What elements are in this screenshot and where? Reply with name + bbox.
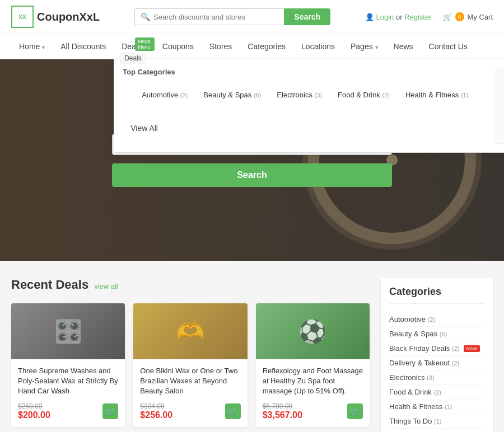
nav-link-coupons[interactable]: Coupons [155,34,202,59]
deal-card-body: Three Supreme Washes and Poly-Sealant Wa… [11,359,125,427]
view-all-link[interactable]: View All [123,116,487,140]
cat-food[interactable]: Food & Drink (2) [330,83,398,107]
deal-card: 🎛️ Three Supreme Washes and Poly-Sealant… [11,303,125,427]
cat-beauty[interactable]: Beauty & Spas (6) [195,83,269,107]
cart-icon: 🛒 [443,13,452,21]
sidebar-cat-health[interactable]: Health & Fitness (1) [389,402,452,411]
login-area: 👤 Login or Register [365,13,432,21]
sidebar-cat-food[interactable]: Food & Drink (2) [389,388,441,396]
list-item: Food & Drink (2) [389,385,484,400]
header-right: 👤 Login or Register 🛒 0 My Cart [365,12,493,21]
list-item: Food & Drink (2) [330,83,398,107]
add-to-cart-button[interactable]: 🛒 [225,403,241,419]
nav-item-all-discounts[interactable]: All Discounts [53,34,114,59]
deal-image: 🫶 [133,303,247,359]
list-item: Automotive (2) [134,83,195,107]
list-item: Delivery & Takeout (2) [389,356,484,370]
main-content: Recent Deals view all 🎛️ Three Supreme W… [0,261,504,432]
sidebar-categories-list: Automotive (2) Beauty & Spas (6) Black F… [389,312,484,432]
deal-card-body: Reflexology and Foot Massage at Healthy … [256,359,370,427]
old-price: $5,789.00 [263,402,302,410]
sidebar-cat-black-friday[interactable]: Black Friday Deals (2) [389,344,459,353]
cart-badge: 0 [455,12,464,21]
search-input-wrap: 🔍 [134,8,284,25]
sidebar-cat-beauty[interactable]: Beauty & Spas (6) [389,330,447,338]
sidebar-categories-title: Categories [389,286,484,304]
list-item: Electronics (3) [389,370,484,385]
nav-item-contact[interactable]: Contact Us [421,34,475,59]
add-to-cart-button[interactable]: 🛒 [347,403,363,419]
cat-automotive[interactable]: Automotive (2) [134,83,195,107]
cart-label: My Cart [468,13,493,21]
deals-header: Recent Deals view all [11,278,370,292]
nav-item-locations[interactable]: Locations [293,34,343,59]
nav-link-all-discounts[interactable]: All Discounts [53,34,114,59]
top-categories: Top Categories Automotive (2) Beauty & S… [123,68,487,144]
list-item: Electronics (3) [269,83,330,107]
deal-price-row: $250.00 $200.00 🛒 [18,402,118,420]
this-week-store: THIS WEEK TOP STORE 𝐅 Fanatics [496,68,504,144]
header: XX CouponXxL 🔍 Search 👤 Login or Registe… [0,0,504,34]
deal-card-body: One Bikini Wax or One or Two Brazilian W… [133,359,247,427]
sidebar-box: Categories Automotive (2) Beauty & Spas … [381,278,493,432]
deal-image: 🎛️ [11,303,125,359]
list-item: Automotive (2) [389,312,484,327]
cat-electronics[interactable]: Electronics (3) [269,83,330,107]
add-to-cart-button[interactable]: 🛒 [102,403,118,419]
nav-item-categories[interactable]: Categories [240,34,293,59]
nav-item-coupons[interactable]: Coupons [155,34,202,59]
logo-icon: XX [11,6,34,28]
price-block: $250.00 $200.00 [18,402,50,420]
sidebar-cat-electronics[interactable]: Electronics (3) [389,373,435,382]
list-item: Travel (2) New! [389,429,484,432]
nav-link-categories[interactable]: Categories [240,34,293,59]
header-search-area: 🔍 Search [134,8,330,25]
deal-title: Reflexology and Foot Massage at Healthy … [263,366,363,397]
cart-area: 🛒 0 My Cart [443,12,493,21]
list-item: Beauty & Spas (6) [389,327,484,341]
nav-item-home[interactable]: Home ▾ [11,34,53,59]
new-price: $256.00 [140,410,172,420]
search-icon: 🔍 [141,12,150,21]
header-search-button[interactable]: Search [284,8,330,25]
top-categories-list: Automotive (2) Beauty & Spas (6) Electro… [123,83,487,111]
nav-item-stores[interactable]: Stores [202,34,240,59]
nav-list: Home ▾ All Discounts Mega Menu Deals ▾ D… [0,34,504,59]
sidebar-cat-delivery[interactable]: Delivery & Takeout (2) [389,359,459,367]
price-block: $334.00 $256.00 [140,402,172,420]
nav-link-pages[interactable]: Pages ▾ [343,34,386,59]
logo: XX CouponXxL [11,6,100,28]
chevron-down-icon: ▾ [42,44,45,50]
login-link[interactable]: Login [376,13,394,21]
old-price: $250.00 [18,402,50,410]
logo-text: CouponXxL [37,11,100,24]
price-block: $5,789.00 $3,567.00 [263,402,302,420]
nav-item-news[interactable]: News [386,34,421,59]
deals-dropdown: Deals Top Categories Automotive (2) Beau… [114,59,504,153]
cat-health[interactable]: Health & Fitness (1) [398,83,476,107]
nav-link-home[interactable]: Home ▾ [11,34,53,59]
deal-title: Three Supreme Washes and Poly-Sealant Wa… [18,366,118,397]
nav-link-stores[interactable]: Stores [202,34,240,59]
sidebar: Categories Automotive (2) Beauty & Spas … [381,278,493,432]
user-icon: 👤 [365,13,374,21]
search-input[interactable] [153,13,278,21]
sidebar-cat-things[interactable]: Things To Do (1) [389,417,441,425]
top-categories-title: Top Categories [123,68,487,76]
list-item: Health & Fitness (1) [398,83,476,107]
deal-card: ⚽ Reflexology and Foot Massage at Health… [256,303,370,427]
deals-view-all-link[interactable]: view all [94,282,118,290]
register-link[interactable]: Register [404,13,431,21]
mega-menu-badge: Mega Menu [135,37,155,51]
hero-search-button[interactable]: Search [112,163,392,187]
deals-grid: 🎛️ Three Supreme Washes and Poly-Sealant… [11,303,370,427]
nav-item-deals[interactable]: Mega Menu Deals ▾ Deals Top Categories A… [114,34,155,59]
nav-link-contact[interactable]: Contact Us [421,34,475,59]
chevron-down-icon: ▾ [375,44,378,50]
old-price: $334.00 [140,402,172,410]
nav-link-news[interactable]: News [386,34,421,59]
new-price: $200.00 [18,410,50,420]
nav-link-locations[interactable]: Locations [293,34,343,59]
sidebar-cat-automotive[interactable]: Automotive (2) [389,315,435,323]
nav-item-pages[interactable]: Pages ▾ [343,34,386,59]
